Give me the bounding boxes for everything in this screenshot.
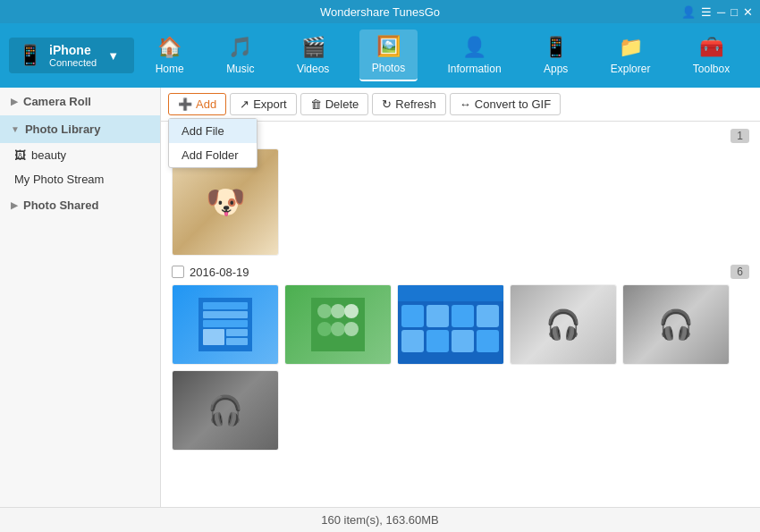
information-icon: 👤: [462, 36, 486, 59]
sidebar: ▶ Camera Roll ▼ Photo Library 🖼 beauty M…: [0, 88, 161, 507]
nav-item-music[interactable]: 🎵 Music: [214, 30, 266, 80]
home-label: Home: [156, 63, 184, 75]
svg-rect-6: [226, 338, 248, 345]
sidebar-sub-item-beauty[interactable]: 🖼 beauty: [0, 143, 160, 167]
photo-library-label: Photo Library: [25, 122, 101, 136]
menu-icon[interactable]: ☰: [701, 5, 712, 19]
maximize-icon[interactable]: □: [730, 5, 738, 19]
close-icon[interactable]: ✕: [743, 5, 753, 19]
screen2-placeholder: [285, 285, 391, 364]
photo-shared-arrow: ▶: [11, 200, 18, 210]
information-label: Information: [448, 63, 502, 75]
svg-rect-23: [477, 330, 499, 352]
svg-rect-1: [203, 302, 248, 309]
photo-thumb-headphone1[interactable]: 🎧: [510, 284, 617, 365]
section-photos-row-2: 🎧: [172, 370, 749, 451]
add-label: Add: [196, 97, 216, 111]
device-dropdown-arrow[interactable]: ▼: [107, 49, 119, 63]
app-title: Wondershare TunesGo: [320, 5, 440, 19]
section-photos-row-1: 🎧 🎧: [172, 284, 749, 365]
screen1-placeholder: [173, 285, 278, 364]
photo-shared-label: Photo Shared: [23, 198, 99, 212]
beauty-label: beauty: [31, 148, 66, 162]
photo-thumb-screen3[interactable]: [397, 284, 504, 365]
photo-thumb-screen1[interactable]: [172, 284, 279, 365]
svg-rect-20: [401, 330, 424, 352]
svg-rect-22: [452, 330, 474, 352]
convert-gif-button[interactable]: ↔ Convert to GIF: [450, 93, 561, 115]
sidebar-item-photo-library[interactable]: ▼ Photo Library: [0, 115, 160, 143]
section-count-1: 1: [730, 129, 749, 143]
headphone3-placeholder: 🎧: [173, 371, 278, 450]
headphone2-placeholder: 🎧: [623, 285, 729, 364]
photos-icon: 🖼️: [376, 35, 401, 58]
svg-rect-19: [477, 305, 499, 327]
svg-point-10: [344, 304, 359, 318]
title-bar: Wondershare TunesGo 👤 ☰ ─ □ ✕: [0, 0, 760, 23]
delete-icon: 🗑: [310, 97, 322, 111]
photo-thumb-headphone3[interactable]: 🎧: [172, 370, 279, 451]
nav-item-explorer[interactable]: 📁 Explorer: [598, 30, 663, 80]
svg-point-11: [317, 322, 332, 336]
section-date-label-2: 2016-08-19: [190, 266, 249, 279]
svg-rect-17: [426, 305, 449, 327]
explorer-label: Explorer: [611, 63, 651, 75]
nav-item-toolbox[interactable]: 🧰 Toolbox: [680, 30, 742, 80]
toolbox-icon: 🧰: [699, 36, 723, 59]
export-button[interactable]: ↗ Export: [230, 93, 297, 115]
refresh-button[interactable]: ↻ Refresh: [372, 93, 446, 115]
headphone1-placeholder: 🎧: [511, 285, 616, 364]
explorer-icon: 📁: [619, 36, 643, 59]
status-bar: 160 item(s), 163.60MB: [0, 507, 760, 532]
svg-rect-4: [203, 329, 224, 345]
nav-item-home[interactable]: 🏠 Home: [143, 30, 197, 80]
photo-thumb-screen2[interactable]: [284, 284, 392, 365]
nav-item-apps[interactable]: 📱 Apps: [531, 30, 580, 80]
videos-icon: 🎬: [301, 36, 325, 59]
add-dropdown-menu: Add File Add Folder: [168, 118, 258, 168]
section-header-row-1: 1: [172, 129, 749, 143]
music-icon: 🎵: [228, 36, 252, 59]
section-checkbox-2[interactable]: [172, 266, 184, 278]
delete-button[interactable]: 🗑 Delete: [300, 93, 369, 115]
videos-label: Videos: [297, 63, 329, 75]
add-folder-item[interactable]: Add Folder: [169, 143, 257, 167]
svg-rect-16: [401, 305, 424, 327]
status-text: 160 item(s), 163.60MB: [321, 513, 439, 527]
content-area: ➕ Add Add File Add Folder ↗ Export 🗑 Del…: [161, 88, 760, 507]
device-info[interactable]: 📱 iPhone Connected ▼: [9, 38, 134, 73]
svg-rect-15: [398, 285, 504, 301]
svg-rect-2: [203, 311, 248, 318]
user-icon[interactable]: 👤: [681, 5, 696, 19]
add-folder-label: Add Folder: [182, 148, 239, 162]
export-icon: ↗: [240, 97, 249, 111]
nav-item-videos[interactable]: 🎬 Videos: [284, 30, 342, 80]
screen3-placeholder: [398, 285, 503, 364]
my-photo-stream-label: My Photo Stream: [14, 173, 104, 186]
toolbar: ➕ Add Add File Add Folder ↗ Export 🗑 Del…: [161, 88, 760, 122]
add-file-label: Add File: [182, 124, 224, 138]
section-header-row-2: 2016-08-19 6: [172, 265, 749, 279]
add-file-item[interactable]: Add File: [169, 119, 257, 143]
add-button[interactable]: ➕ Add: [168, 93, 226, 115]
nav-item-photos[interactable]: 🖼️ Photos: [359, 30, 418, 81]
device-name: iPhone: [49, 43, 97, 57]
sidebar-item-photo-shared[interactable]: ▶ Photo Shared: [0, 191, 160, 219]
sidebar-item-camera-roll[interactable]: ▶ Camera Roll: [0, 88, 160, 115]
sidebar-sub-item-my-photo-stream[interactable]: My Photo Stream: [0, 167, 160, 191]
svg-rect-21: [426, 330, 449, 352]
photo-thumb-headphone2[interactable]: 🎧: [622, 284, 730, 365]
photo-grid: 1 🐶 2016-08-19 6: [161, 122, 760, 507]
nav-bar: 📱 iPhone Connected ▼ 🏠 Home 🎵 Music 🎬 Vi…: [0, 23, 760, 88]
nav-item-information[interactable]: 👤 Information: [435, 30, 514, 80]
refresh-label: Refresh: [395, 97, 436, 111]
main-layout: ▶ Camera Roll ▼ Photo Library 🖼 beauty M…: [0, 88, 760, 507]
svg-rect-3: [203, 320, 248, 327]
toolbox-label: Toolbox: [693, 63, 730, 75]
minimize-icon[interactable]: ─: [717, 5, 725, 19]
beauty-icon: 🖼: [14, 148, 26, 162]
photo-section-2: 2016-08-19 6: [172, 265, 749, 451]
nav-items: 🏠 Home 🎵 Music 🎬 Videos 🖼️ Photos 👤 Info…: [134, 30, 751, 81]
device-icon: 📱: [18, 44, 42, 67]
music-label: Music: [226, 63, 254, 75]
